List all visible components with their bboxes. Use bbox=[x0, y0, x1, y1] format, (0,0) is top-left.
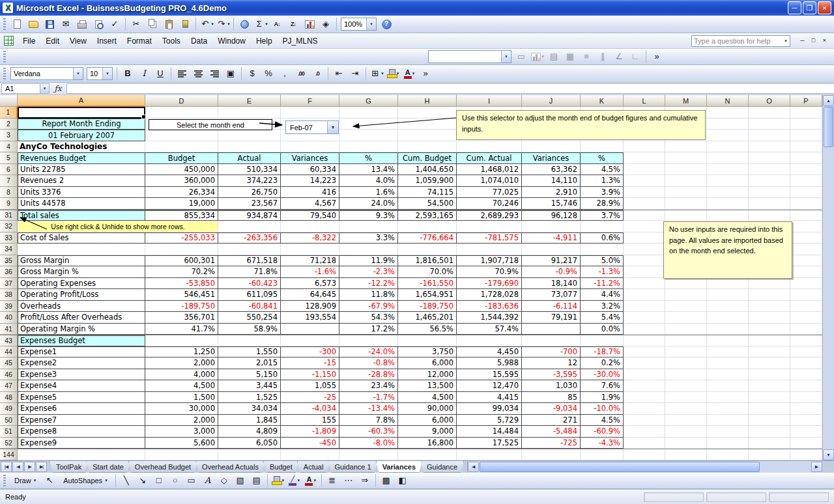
sheet-tab-budget[interactable]: Budget bbox=[263, 461, 299, 473]
cell-A50[interactable]: Expense7 bbox=[18, 415, 145, 427]
cell-D31[interactable]: 855,334 bbox=[145, 210, 218, 221]
cell-K51[interactable]: -60.9% bbox=[581, 426, 624, 438]
cell-I6[interactable]: 1,468,012 bbox=[457, 164, 522, 176]
cell-P37[interactable] bbox=[790, 278, 822, 290]
column-header-O[interactable]: O bbox=[749, 95, 790, 107]
cell-A40[interactable]: Profit/Loss After Overheads bbox=[18, 312, 145, 324]
cell-L38[interactable] bbox=[624, 289, 665, 301]
zoom-combo[interactable]: 100%▼ bbox=[341, 18, 377, 31]
cell-P52[interactable] bbox=[790, 438, 822, 449]
cell-H44[interactable]: 3,750 bbox=[398, 346, 457, 358]
menu-insert[interactable]: Insert bbox=[92, 35, 122, 48]
cell-G1[interactable] bbox=[339, 107, 398, 119]
row-header-38[interactable]: 38 bbox=[0, 289, 18, 301]
cell-I45[interactable]: 5,988 bbox=[457, 357, 522, 369]
cell-H32[interactable] bbox=[398, 221, 457, 232]
line-color-button[interactable]: ╱▾ bbox=[287, 473, 302, 488]
cell-D45[interactable]: 2,000 bbox=[145, 357, 218, 369]
italic-button[interactable]: I bbox=[136, 66, 152, 81]
cell-E41[interactable]: 58.9% bbox=[218, 324, 281, 335]
column-header-J[interactable]: J bbox=[522, 95, 581, 107]
cell-H7[interactable]: 1,059,900 bbox=[398, 175, 457, 187]
cell-J47[interactable]: 1,030 bbox=[522, 380, 581, 392]
cell-A31[interactable]: Total sales bbox=[18, 210, 145, 221]
column-header-H[interactable]: H bbox=[398, 95, 457, 107]
chart-objects-combo[interactable]: ▼ bbox=[428, 50, 511, 63]
cell-E38[interactable]: 611,095 bbox=[218, 289, 281, 301]
cell-L40[interactable] bbox=[624, 312, 665, 324]
cell-H8[interactable]: 74,115 bbox=[398, 187, 457, 199]
by-row-button[interactable]: ≡ bbox=[579, 49, 594, 64]
cell-E44[interactable]: 1,550 bbox=[218, 346, 281, 358]
cell-A8[interactable]: Units 3376 bbox=[18, 187, 145, 199]
cell-F6[interactable]: 60,334 bbox=[281, 164, 339, 176]
cell-E6[interactable]: 510,334 bbox=[218, 164, 281, 176]
cell-F41[interactable] bbox=[281, 324, 339, 335]
menu-edit[interactable]: Edit bbox=[40, 35, 65, 48]
cell-A6[interactable]: Units 22785 bbox=[18, 164, 145, 176]
cell-F40[interactable]: 193,554 bbox=[281, 312, 339, 324]
spelling-button[interactable]: ✓ bbox=[107, 17, 122, 31]
cell-G48[interactable]: -1.7% bbox=[339, 392, 398, 404]
3d-style-button[interactable]: ◧ bbox=[395, 473, 410, 488]
font-color-button[interactable]: A▾ bbox=[401, 66, 417, 81]
cell-J6[interactable]: 63,362 bbox=[522, 164, 581, 176]
cell-L39[interactable] bbox=[624, 301, 665, 313]
cell-M5[interactable] bbox=[665, 152, 707, 164]
cell-O5[interactable] bbox=[749, 152, 790, 164]
cell-I38[interactable]: 1,728,028 bbox=[457, 289, 522, 301]
scroll-up-icon[interactable]: ▲ bbox=[823, 95, 834, 106]
row-header-37[interactable]: 37 bbox=[0, 278, 18, 290]
cell-M52[interactable] bbox=[665, 438, 707, 449]
line-style-button[interactable]: ≣ bbox=[324, 473, 340, 488]
column-header-G[interactable]: G bbox=[339, 95, 398, 107]
cell-K144[interactable] bbox=[581, 449, 624, 460]
cell-I41[interactable]: 57.4% bbox=[457, 324, 522, 335]
cell-G47[interactable]: 23.4% bbox=[339, 380, 398, 392]
cell-H4[interactable] bbox=[398, 141, 457, 153]
cell-I40[interactable]: 1,544,392 bbox=[457, 312, 522, 324]
cell-K47[interactable]: 7.6% bbox=[581, 380, 624, 392]
cell-D41[interactable]: 41.7% bbox=[145, 324, 218, 335]
cell-J44[interactable]: -700 bbox=[522, 346, 581, 358]
vertical-scroll-thumb[interactable] bbox=[824, 107, 833, 147]
toolbar-grip[interactable] bbox=[3, 475, 6, 486]
cell-J38[interactable]: 73,077 bbox=[522, 289, 581, 301]
cell-F4[interactable] bbox=[281, 141, 339, 153]
cell-I50[interactable]: 5,729 bbox=[457, 415, 522, 427]
cell-N47[interactable] bbox=[707, 380, 749, 392]
cell-F37[interactable]: 6,573 bbox=[281, 278, 339, 290]
row-header-45[interactable]: 45 bbox=[0, 357, 18, 369]
cell-G37[interactable]: -12.2% bbox=[339, 278, 398, 290]
cell-N51[interactable] bbox=[707, 426, 749, 438]
cell-L44[interactable] bbox=[624, 346, 665, 358]
cell-D4[interactable] bbox=[145, 141, 218, 153]
cell-N49[interactable] bbox=[707, 403, 749, 415]
scroll-left-icon[interactable]: ◀ bbox=[468, 462, 479, 472]
cell-M41[interactable] bbox=[665, 324, 707, 335]
cell-M49[interactable] bbox=[665, 403, 707, 415]
cell-A7[interactable]: Revenues 2 bbox=[18, 175, 145, 187]
cell-F51[interactable]: -1,809 bbox=[281, 426, 339, 438]
increase-indent-button[interactable]: ⇥ bbox=[347, 66, 363, 81]
cell-G44[interactable]: -24.0% bbox=[339, 346, 398, 358]
row-header-33[interactable]: 33 bbox=[0, 232, 18, 244]
cell-O41[interactable] bbox=[749, 324, 790, 335]
cell-K39[interactable]: 3.2% bbox=[581, 301, 624, 313]
cell-G50[interactable]: 7.8% bbox=[339, 415, 398, 427]
fill-color-button[interactable]: ▾ bbox=[270, 473, 286, 488]
cell-G40[interactable]: 54.3% bbox=[339, 312, 398, 324]
cell-G45[interactable]: -0.8% bbox=[339, 357, 398, 369]
cell-I33[interactable]: -781,575 bbox=[457, 232, 522, 244]
cell-K4[interactable] bbox=[581, 141, 624, 153]
cell-G144[interactable] bbox=[339, 449, 398, 460]
menu-format[interactable]: Format bbox=[122, 35, 157, 48]
cell-O50[interactable] bbox=[749, 415, 790, 427]
font-name-combo[interactable]: Verdana▼ bbox=[10, 67, 83, 80]
row-header-3[interactable]: 3 bbox=[0, 130, 18, 141]
scroll-down-icon[interactable]: ▼ bbox=[823, 449, 834, 460]
row-header-8[interactable]: 8 bbox=[0, 187, 18, 199]
cell-N7[interactable] bbox=[707, 175, 749, 187]
cell-K38[interactable]: 4.4% bbox=[581, 289, 624, 301]
cell-P48[interactable] bbox=[790, 392, 822, 404]
